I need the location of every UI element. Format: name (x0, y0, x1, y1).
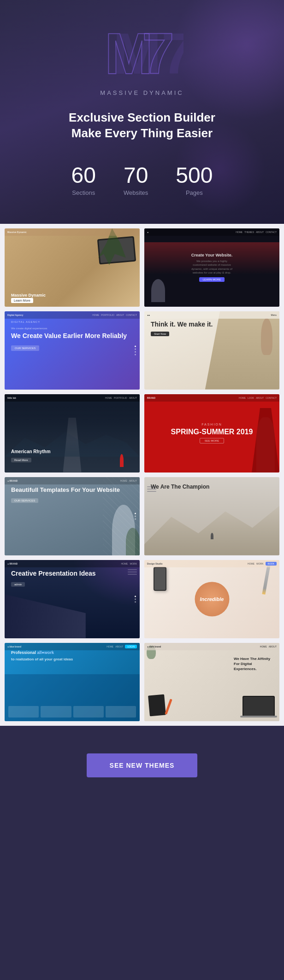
card11-title: Professional all●work to realization of … (11, 649, 133, 662)
theme-card-8[interactable]: We Are The Champion (144, 477, 279, 555)
hero-tagline: Exclusive Section Builder Make Every Thi… (9, 110, 275, 141)
theme-card-4[interactable]: ●● Menu Think it. We make it. Start Now (144, 311, 279, 390)
card5-btn[interactable]: Read More (11, 458, 31, 462)
card3-title: We Create Value Earlier More Reliably (11, 332, 133, 340)
theme-grid-section: Massive Dynamic Massive Dynamic Learn Mo… (0, 224, 284, 726)
theme-card-2[interactable]: ● HOME THEMES ABOUT CONTACT Create Your … (144, 228, 279, 307)
card1-btn[interactable]: Learn More (11, 298, 33, 303)
stat-websites-number: 70 (124, 164, 148, 187)
card6-title: SPRING-SUMMER 2019 (171, 428, 253, 436)
card2-title: Create Your Website. (191, 253, 233, 257)
theme-card-12[interactable]: We Have The Affinity For Digital Experie… (144, 643, 279, 721)
theme-card-11[interactable]: ● blue brand HOME ABOUT LOGIN Profession… (5, 643, 140, 721)
svg-text:M7: M7 (113, 21, 183, 83)
card5-title: American Rhythm (11, 449, 51, 454)
see-new-themes-button[interactable]: SEE NEW THEMES (87, 753, 198, 777)
card3-btn[interactable]: OUR SERVICES (11, 345, 39, 351)
theme-grid: Massive Dynamic Massive Dynamic Learn Mo… (5, 228, 279, 721)
card6-fashion: FASHION (201, 423, 222, 426)
cta-section: SEE NEW THEMES (0, 726, 284, 805)
card9-btn[interactable]: admin (11, 582, 25, 587)
card9-title: Creative Presentation Ideas (11, 569, 133, 578)
stat-pages-number: 500 (176, 164, 213, 187)
card2-btn[interactable]: LEARN MORE (199, 277, 225, 282)
stat-websites: 70 Websites (124, 164, 148, 196)
card3-tag: Digital Agency (11, 321, 133, 323)
card2-sub: We provides you a highly customized webs… (191, 259, 233, 275)
stat-sections-number: 60 (71, 164, 96, 187)
theme-card-9[interactable]: ● BRAND HOME WORK Creative Presentation … (5, 560, 140, 638)
card7-pagination (135, 513, 136, 519)
stats-container: 60 Sections 70 Websites 500 Pages (9, 164, 275, 196)
stat-sections-label: Sections (71, 189, 96, 196)
theme-card-10[interactable]: Incredible Design Studio HOME WORK BOOK (144, 560, 279, 638)
logo: M 7 M7 (9, 18, 275, 85)
card8-title: We Are The Champion (151, 484, 273, 491)
theme-card-3[interactable]: Digital Agency HOME PORTFOLIO ABOUT CONT… (5, 311, 140, 390)
theme-card-6[interactable]: BRAND HOME LOOK ABOUT CONTACT FASHION SP… (144, 394, 279, 472)
theme-card-5[interactable]: little lab HOME PORTFOLIO ABOUT American… (5, 394, 140, 472)
card7-btn[interactable]: OUR SERVICES (11, 498, 38, 503)
card9-pagination (135, 595, 136, 602)
card6-btn[interactable]: SEE MORE (200, 438, 225, 443)
card1-brand: Massive Dynamic (7, 231, 137, 233)
card4-btn[interactable]: Start Now (151, 332, 169, 336)
hero-section: M 7 M7 Massive Dynamic Exclusive Section… (0, 0, 284, 224)
stat-sections: 60 Sections (71, 164, 96, 196)
card11-highlight: all●work (37, 650, 54, 655)
card7-title: Beautifull Templates For Your Website (11, 486, 133, 494)
stat-websites-label: Websites (124, 189, 148, 196)
card1-label: Massive Dynamic (11, 293, 46, 298)
theme-card-1[interactable]: Massive Dynamic Massive Dynamic Learn Mo… (5, 228, 140, 307)
stat-pages-label: Pages (176, 189, 213, 196)
logo-subtitle: Massive Dynamic (9, 89, 275, 96)
theme-card-7[interactable]: ● BRAND HOME ABOUT Beautifull Templates … (5, 477, 140, 555)
card3-pagination (135, 345, 136, 355)
card4-title: Think it. We make it. (151, 321, 213, 328)
stat-pages: 500 Pages (176, 164, 213, 196)
